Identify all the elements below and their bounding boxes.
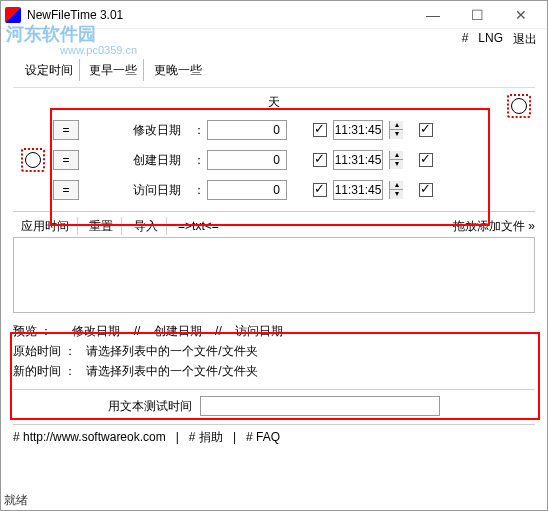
top-menu: # LNG 退出 [1, 29, 547, 50]
tab-set-time[interactable]: 设定时间 [19, 59, 80, 81]
tab-earlier[interactable]: 更早一些 [83, 59, 144, 81]
tab-later[interactable]: 更晚一些 [148, 59, 208, 81]
preview-original-label: 原始时间 ： [13, 341, 83, 361]
date-rows: = 修改日期 ： 0 11:31:45 ▴▾ = 创建日期 ： 0 [13, 115, 535, 205]
preview-col-created: 创建日期 [154, 321, 202, 341]
label-accessed: 访问日期 [115, 182, 187, 199]
row-enable-checkbox-accessed[interactable] [419, 183, 433, 197]
app-window: NewFileTime 3.01 — ☐ ✕ 河东软件园 www.pc0359.… [0, 0, 548, 511]
minimize-button[interactable]: — [419, 7, 447, 23]
row-enable-checkbox-modified[interactable] [419, 123, 433, 137]
menu-lng[interactable]: LNG [478, 31, 503, 48]
preview-new-label: 新的时间 ： [13, 361, 83, 381]
test-time-label: 用文本测试时间 [108, 398, 192, 415]
preview-new-msg: 请选择列表中的一个文件/文件夹 [86, 364, 257, 378]
test-time-row: 用文本测试时间 [13, 389, 535, 416]
maximize-button[interactable]: ☐ [463, 7, 491, 23]
time-spinner-created[interactable]: ▴▾ [389, 151, 403, 169]
preview-new-row: 新的时间 ： 请选择列表中的一个文件/文件夹 [13, 361, 535, 381]
eq-button-modified[interactable]: = [53, 120, 79, 140]
preview-header: 预览 ： 修改日期 // 创建日期 // 访问日期 [13, 321, 535, 341]
chevron-down-icon: ▾ [389, 130, 403, 139]
footer-links: # http://www.softwareok.com | # 捐助 | # F… [13, 424, 535, 446]
preview-panel: 预览 ： 修改日期 // 创建日期 // 访问日期 原始时间 ： 请选择列表中的… [13, 321, 535, 381]
days-input-created[interactable]: 0 [207, 150, 287, 170]
chevron-down-icon: ▾ [389, 160, 403, 169]
window-title: NewFileTime 3.01 [27, 8, 419, 22]
preview-title: 预览 ： [13, 321, 52, 341]
action-toolbar: 应用时间 重置 导入 =>txt<= 拖放添加文件 » [13, 211, 535, 235]
time-spinner-accessed[interactable]: ▴▾ [389, 181, 403, 199]
eq-button-accessed[interactable]: = [53, 180, 79, 200]
day-header: 天 [13, 92, 535, 115]
app-icon [5, 7, 21, 23]
export-txt-button[interactable]: =>txt<= [170, 217, 227, 235]
preview-original-msg: 请选择列表中的一个文件/文件夹 [86, 344, 257, 358]
window-controls: — ☐ ✕ [419, 7, 535, 23]
preview-col-modified: 修改日期 [72, 321, 120, 341]
clock-icon-left[interactable] [21, 148, 45, 172]
enable-time-checkbox-accessed[interactable] [313, 183, 327, 197]
time-input-created[interactable]: 11:31:45 [333, 150, 383, 170]
reset-button[interactable]: 重置 [81, 217, 122, 235]
menu-hash[interactable]: # [462, 31, 469, 48]
menu-exit[interactable]: 退出 [513, 31, 537, 48]
days-input-modified[interactable]: 0 [207, 120, 287, 140]
enable-time-checkbox-modified[interactable] [313, 123, 327, 137]
days-input-accessed[interactable]: 0 [207, 180, 287, 200]
mode-tabs: 设定时间 更早一些 更晚一些 [13, 58, 535, 83]
apply-time-button[interactable]: 应用时间 [13, 217, 78, 235]
eq-button-created[interactable]: = [53, 150, 79, 170]
test-time-input[interactable] [200, 396, 440, 416]
row-modified: = 修改日期 ： 0 11:31:45 ▴▾ [53, 115, 527, 145]
preview-col-accessed: 访问日期 [235, 321, 283, 341]
row-accessed: = 访问日期 ： 0 11:31:45 ▴▾ [53, 175, 527, 205]
status-bar: 就绪 [4, 492, 28, 509]
drag-drop-link[interactable]: 拖放添加文件 » [453, 218, 535, 235]
date-section: 天 = 修改日期 ： 0 11:31:45 ▴▾ [13, 87, 535, 205]
enable-time-checkbox-created[interactable] [313, 153, 327, 167]
footer-url[interactable]: # http://www.softwareok.com [13, 430, 166, 444]
footer-faq[interactable]: # FAQ [246, 430, 280, 444]
import-button[interactable]: 导入 [126, 217, 167, 235]
time-input-modified[interactable]: 11:31:45 [333, 120, 383, 140]
close-button[interactable]: ✕ [507, 7, 535, 23]
preview-original-row: 原始时间 ： 请选择列表中的一个文件/文件夹 [13, 341, 535, 361]
time-spinner-modified[interactable]: ▴▾ [389, 121, 403, 139]
label-modified: 修改日期 [115, 122, 187, 139]
time-input-accessed[interactable]: 11:31:45 [333, 180, 383, 200]
set-now-icon[interactable] [507, 94, 531, 118]
titlebar: NewFileTime 3.01 — ☐ ✕ [1, 1, 547, 29]
footer-donate[interactable]: # 捐助 [189, 430, 223, 444]
row-created: = 创建日期 ： 0 11:31:45 ▴▾ [53, 145, 527, 175]
file-list[interactable] [13, 237, 535, 313]
row-enable-checkbox-created[interactable] [419, 153, 433, 167]
label-created: 创建日期 [115, 152, 187, 169]
chevron-down-icon: ▾ [389, 190, 403, 199]
